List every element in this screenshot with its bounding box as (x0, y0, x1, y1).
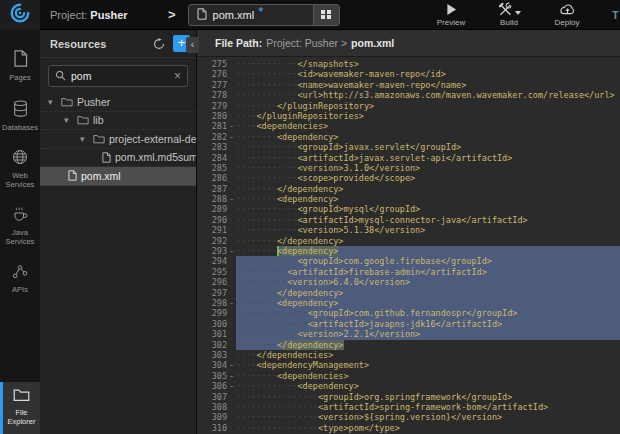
expand-arrow-icon[interactable]: ▾ (80, 134, 89, 144)
code-line[interactable]: 281-····<dependencies> (197, 121, 620, 131)
sidebar-item-java-services[interactable]: Java Services (0, 198, 40, 255)
file-tab-main[interactable]: pom.xml * (189, 6, 313, 24)
code-text: <artifactId>spring-framework-bom</artifa… (318, 402, 548, 412)
code-area[interactable]: 275············</snapshots>276··········… (197, 57, 620, 434)
tree-item-pusher[interactable]: ▾ Pusher (40, 93, 196, 112)
line-number: 300 (197, 319, 227, 329)
line-fill (400, 423, 620, 433)
code-line[interactable]: 307················<groupId>org.springfr… (197, 392, 620, 402)
code-line[interactable]: 294············<groupId>com.google.fireb… (197, 256, 620, 266)
code-line[interactable]: 301············<version>2.2.1</version> (197, 329, 620, 339)
refresh-button[interactable] (151, 36, 167, 52)
play-icon (446, 2, 457, 17)
line-fill (338, 132, 620, 142)
fold-marker-icon[interactable]: - (227, 371, 236, 381)
deploy-button[interactable]: Deploy (548, 2, 586, 27)
globe-icon (12, 149, 28, 169)
expand-arrow-icon[interactable]: ▾ (48, 97, 57, 107)
code-line[interactable]: 290············<artifactId>mysql-connect… (197, 215, 620, 225)
code-line[interactable]: 286············<scope>provided</scope> (197, 173, 620, 183)
indent-whitespace-dots: ············ (236, 90, 297, 100)
fold-marker-icon[interactable]: - (227, 246, 236, 256)
sidebar-item-web-services[interactable]: Web Services (0, 141, 40, 198)
right-edge-partial-text[interactable]: T (612, 9, 620, 21)
tree-item-project-external-dependencies[interactable]: ▾ project-external-dependencies (40, 130, 196, 149)
file-tab-pom-xml[interactable]: pom.xml * (188, 4, 340, 26)
code-text: <version>2.2.1</version> (297, 329, 420, 339)
sidebar-item-file-explorer[interactable]: File Explorer (0, 382, 40, 434)
sidebar-item-apis[interactable]: APIs (0, 255, 40, 304)
fold-gutter (227, 256, 236, 266)
coffee-cup-icon (12, 206, 29, 226)
code-line[interactable]: 275············</snapshots> (197, 59, 620, 69)
code-line[interactable]: 289············<groupId>mysql</groupId> (197, 204, 620, 214)
code-line[interactable]: 283············<groupId>javax.servlet</g… (197, 142, 620, 152)
line-fill (548, 402, 620, 412)
indent-whitespace-dots: ············ (236, 173, 297, 183)
preview-label: Preview (437, 18, 465, 27)
code-line[interactable]: 295··········<artifactId>firebase-admin<… (197, 267, 620, 277)
code-line[interactable]: 309················<version>${spring.ver… (197, 412, 620, 422)
sidebar-item-databases[interactable]: Databases (0, 92, 40, 142)
code-line[interactable]: 310················<type>pom</type> (197, 423, 620, 433)
code-line[interactable]: 296··········<version>6.4.0</version> (197, 277, 620, 287)
line-number: 285 (197, 163, 227, 173)
code-line[interactable]: 308················<artifactId>spring-fr… (197, 402, 620, 412)
code-line[interactable]: 300··············<artifactId>javapns-jdk… (197, 319, 620, 329)
project-breadcrumb[interactable]: Project: Pusher (50, 9, 168, 21)
code-line[interactable]: 291············<version>5.1.38</version> (197, 225, 620, 235)
fold-marker-icon[interactable]: - (227, 360, 236, 370)
tree-item-lib[interactable]: ▾ lib (40, 112, 196, 131)
code-line[interactable]: 303····</dependencies> (197, 350, 620, 360)
wavemaker-logo[interactable] (0, 0, 40, 30)
code-line[interactable]: 293-········<dependency> (197, 246, 620, 256)
code-line[interactable]: 284············<artifactId>javax.servlet… (197, 153, 620, 163)
resource-search[interactable]: × (48, 65, 188, 87)
code-line[interactable]: 277············<name>wavemaker-maven-rep… (197, 80, 620, 90)
code-line[interactable]: 288-········<dependency> (197, 194, 620, 204)
code-line[interactable]: 279········</pluginRepository> (197, 101, 620, 111)
preview-button[interactable]: Preview (432, 2, 470, 27)
code-line[interactable]: 299··············<groupId>com.github.fer… (197, 308, 620, 318)
line-fill (343, 288, 620, 298)
indent-whitespace-dots: ·········· (236, 277, 287, 287)
code-line[interactable]: 278············<url>http://s3.amazonaws.… (197, 90, 620, 100)
tree-item-pom-xml[interactable]: pom.xml (40, 167, 196, 186)
code-line[interactable]: 287········</dependency> (197, 184, 620, 194)
resources-title: Resources (50, 38, 147, 50)
code-text: <version>3.1.0</version> (297, 163, 420, 173)
cloud-upload-icon (559, 2, 576, 17)
line-number: 290 (197, 215, 227, 225)
clear-search-icon[interactable]: × (174, 71, 181, 81)
file-path-crumbs: Project: Pusher > (266, 37, 347, 49)
code-text: <version>${spring.version}</version> (318, 412, 502, 422)
code-line[interactable]: 276············<id>wavemaker-maven-repo<… (197, 69, 620, 79)
code-line[interactable]: 282-········<dependency> (197, 132, 620, 142)
code-line[interactable]: 306-············<dependency> (197, 381, 620, 391)
fold-marker-icon[interactable]: - (227, 132, 236, 142)
code-line[interactable]: 297········</dependency> (197, 288, 620, 298)
sidebar-item-pages[interactable]: Pages (0, 42, 40, 92)
folder-icon (77, 115, 89, 125)
fold-marker-icon[interactable]: - (227, 298, 236, 308)
code-line[interactable]: 280····</pluginRepositories> (197, 111, 620, 121)
code-line[interactable]: 285············<version>3.1.0</version> (197, 163, 620, 173)
build-button[interactable]: Build (490, 2, 528, 27)
expand-arrow-icon[interactable]: ▾ (64, 115, 73, 125)
search-input[interactable] (71, 70, 169, 82)
fold-marker-icon[interactable]: - (227, 194, 236, 204)
code-line[interactable]: 298-········<dependency> (197, 298, 620, 308)
code-line[interactable]: 305-········<dependencies> (197, 371, 620, 381)
build-menu-chevron-icon[interactable] (515, 11, 521, 15)
tab-list-button[interactable] (313, 4, 339, 26)
collapse-panel-button[interactable]: ‹ (186, 37, 199, 53)
fold-marker-icon[interactable]: - (227, 381, 236, 391)
tree-item-pom-xml-md5sum[interactable]: pom.xml.md5sum (40, 149, 196, 168)
code-line[interactable]: 302········</dependency> (197, 340, 620, 350)
code-line[interactable]: 292········</dependency> (197, 236, 620, 246)
code-text: <groupId>javax.servlet</groupId> (297, 142, 461, 152)
resources-header: Resources + (40, 30, 196, 58)
fold-marker-icon[interactable]: - (227, 121, 236, 131)
line-number: 295 (197, 267, 227, 277)
code-line[interactable]: 304-····<dependencyManagement> (197, 360, 620, 370)
